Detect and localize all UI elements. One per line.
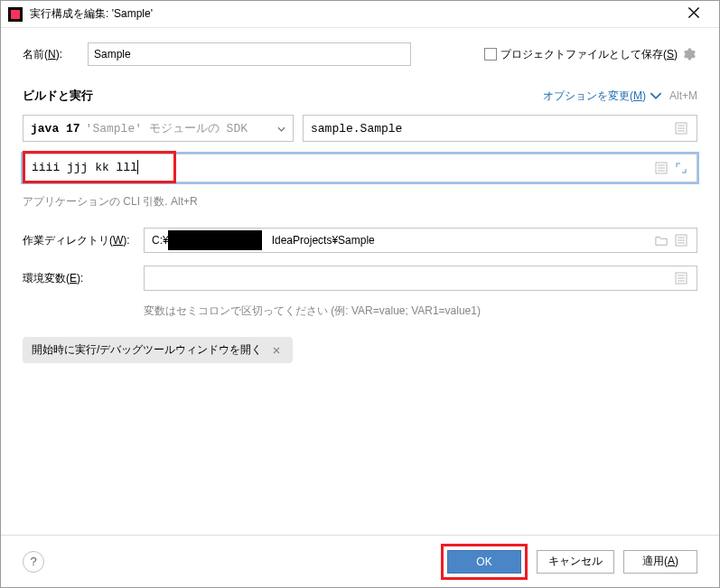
sdk-module: 'Sample' モジュールの SDK — [86, 120, 248, 136]
list-icon[interactable] — [653, 160, 669, 176]
cli-highlight-box: iiii jjj kk lll — [23, 151, 176, 183]
list-icon[interactable] — [673, 120, 689, 136]
env-label: 環境変数(E): — [23, 271, 144, 286]
env-hint: 変数はセミコロンで区切ってください (例: VAR=value; VAR1=va… — [144, 303, 697, 319]
folder-icon[interactable] — [653, 232, 669, 248]
env-row: 環境変数(E): — [23, 266, 697, 291]
sdk-mainclass-row: java 17 'Sample' モジュールの SDK sample.Sampl… — [23, 115, 697, 142]
workdir-value-post: IdeaProjects¥Sample — [272, 234, 375, 247]
name-row: 名前(N): プロジェクトファイルとして保存(S) — [23, 42, 697, 66]
cli-hint: アプリケーションの CLI 引数. Alt+R — [23, 194, 697, 210]
name-label: 名前(N): — [23, 47, 88, 62]
close-icon — [687, 6, 700, 19]
title-bar: 実行構成を編集: 'Sample' — [1, 1, 719, 28]
window-title: 実行構成を編集: 'Sample' — [30, 6, 676, 22]
chevron-down-icon — [650, 89, 662, 102]
ok-button[interactable]: OK — [447, 550, 521, 574]
env-input[interactable] — [144, 266, 697, 291]
remove-tag-button[interactable] — [269, 343, 284, 358]
list-icon[interactable] — [673, 270, 689, 286]
sdk-version: java 17 — [31, 122, 80, 135]
build-run-title: ビルドと実行 — [23, 88, 93, 104]
save-project-checkbox[interactable] — [484, 48, 497, 61]
cli-args-row: iiii jjj kk lll — [23, 151, 697, 187]
text-caret — [137, 160, 138, 174]
expand-icon[interactable] — [673, 160, 689, 176]
workdir-row: 作業ディレクトリ(W): C:¥ IdeaProjects¥Sample — [23, 228, 697, 253]
save-as-project-file: プロジェクトファイルとして保存(S) — [484, 46, 697, 62]
apply-button[interactable]: 適用(A) — [623, 550, 697, 574]
workdir-label: 作業ディレクトリ(W): — [23, 233, 144, 248]
help-button[interactable]: ? — [23, 551, 44, 573]
cancel-button[interactable]: キャンセル — [537, 550, 614, 574]
gear-icon[interactable] — [681, 46, 697, 62]
workdir-input[interactable]: C:¥ IdeaProjects¥Sample — [144, 228, 697, 253]
main-class-value: sample.Sample — [311, 122, 669, 135]
tag-label: 開始時に実行/デバッグツールウィンドウを開く — [32, 342, 262, 358]
ok-highlight-box: OK — [441, 544, 528, 580]
name-input[interactable] — [88, 42, 411, 66]
dialog-footer: ? OK キャンセル 適用(A) — [1, 535, 719, 587]
close-icon — [273, 347, 280, 354]
intellij-icon — [8, 7, 23, 22]
change-options-hint: Alt+M — [669, 89, 697, 102]
cli-args-value: iiii jjj kk lll — [32, 161, 137, 174]
main-class-input[interactable]: sample.Sample — [303, 115, 697, 142]
build-run-header: ビルドと実行 オプションを変更(M) Alt+M — [23, 88, 697, 104]
workdir-value-pre: C:¥ — [152, 234, 169, 247]
save-project-label: プロジェクトファイルとして保存(S) — [500, 47, 678, 62]
redacted-block — [168, 230, 262, 250]
chevron-down-icon — [277, 122, 285, 135]
sdk-select[interactable]: java 17 'Sample' モジュールの SDK — [23, 115, 294, 142]
open-tool-window-tag: 開始時に実行/デバッグツールウィンドウを開く — [23, 337, 293, 363]
change-options-link[interactable]: オプションを変更(M) — [543, 89, 662, 104]
question-icon: ? — [30, 555, 36, 568]
list-icon[interactable] — [673, 232, 689, 248]
close-button[interactable] — [676, 6, 712, 22]
